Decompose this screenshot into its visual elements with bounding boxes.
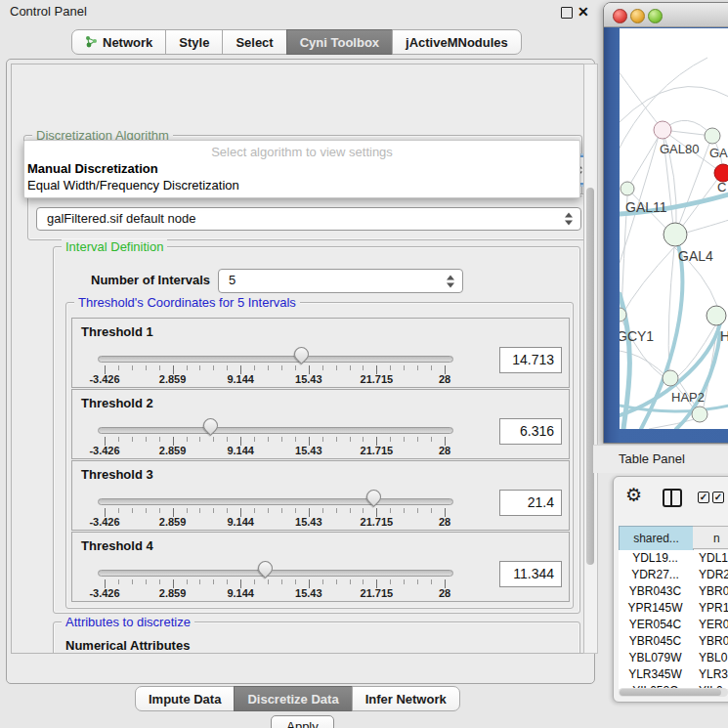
network-icon <box>85 34 98 51</box>
table-data-group: Table Data galFiltered.sif default node <box>27 193 584 240</box>
threshold-value-field[interactable]: 11.344 <box>499 561 562 587</box>
tick-label: -3.426 <box>89 516 119 528</box>
tick-labels: -3.426 2.859 9.144 15.43 21.715 28 <box>105 516 445 528</box>
numerical-attributes-label: Numerical Attributes <box>65 638 190 653</box>
network-graph: GAL80 GA C GAL11 GAL4 GCY1 H HAP2 <box>620 28 728 429</box>
spinner-icon <box>565 213 574 226</box>
node-label-gcy1: GCY1 <box>620 328 654 344</box>
column-header-name[interactable]: n <box>693 526 728 549</box>
scroll-pane: Discretization Algorithm Table Data galF… <box>11 64 584 654</box>
tick-label: 28 <box>439 445 450 456</box>
tab-select[interactable]: Select <box>222 29 286 55</box>
tick-label: 28 <box>439 516 450 528</box>
tick-label: 15.43 <box>295 445 322 456</box>
slider-track[interactable] <box>98 498 453 505</box>
table-row[interactable]: YPR145WYPR1 <box>619 600 728 617</box>
network-view-window: GAL80 GA C GAL11 GAL4 GCY1 H HAP2 <box>603 2 728 444</box>
tick-labels: -3.426 2.859 9.144 15.43 21.715 28 <box>105 445 445 456</box>
table-row[interactable]: YBR043CYBR0 <box>619 583 728 600</box>
group-title: Attributes to discretize <box>62 615 194 629</box>
tab-label: Discretize Data <box>247 692 338 707</box>
table-panel-title: Table Panel <box>619 451 685 466</box>
close-icon[interactable]: ✕ <box>578 3 589 21</box>
tab-jactivemnodules[interactable]: jActiveMNodules <box>392 29 522 55</box>
node-gal80 <box>654 121 671 139</box>
checkbox-checked-icon[interactable]: ✓ <box>698 492 709 503</box>
node-hap2 <box>663 370 678 386</box>
threshold-value-field[interactable]: 14.713 <box>499 347 562 373</box>
tab-discretize-data[interactable]: Discretize Data <box>234 686 352 711</box>
split-columns-icon[interactable] <box>663 489 682 507</box>
slider-track[interactable] <box>98 427 453 434</box>
tick-label: 2.859 <box>159 516 187 528</box>
apply-button[interactable]: Apply <box>271 715 334 728</box>
combo-value: galFiltered.sif default node <box>47 208 195 230</box>
tab-infer-network[interactable]: Infer Network <box>352 686 460 711</box>
table-row[interactable]: YBR045CYBR0 <box>619 633 728 650</box>
node-gal4 <box>664 223 687 246</box>
column-header-shared-name[interactable]: shared... <box>619 526 694 551</box>
tick-label: 28 <box>439 587 450 599</box>
close-traffic-light-icon[interactable] <box>613 9 627 23</box>
tab-label: Cyni Toolbox <box>300 35 379 50</box>
tab-label: Infer Network <box>365 692 447 707</box>
tick-label: 9.144 <box>227 373 254 385</box>
table-row[interactable]: YLR345WYLR3 <box>619 666 728 683</box>
network-canvas[interactable]: GAL80 GA C GAL11 GAL4 GCY1 H HAP2 <box>620 28 728 429</box>
tab-label: jActiveMNodules <box>406 35 508 50</box>
checkbox-checked-icon[interactable]: ✓ <box>712 492 724 503</box>
node-label-ga: GA <box>709 146 728 160</box>
tick-label: 15.43 <box>295 373 322 385</box>
tick-label: 15.43 <box>295 516 322 528</box>
tick-label: 2.859 <box>159 373 187 385</box>
tab-style[interactable]: Style <box>165 29 223 55</box>
group-title: Interval Definition <box>62 239 167 254</box>
top-tab-bar: Network Style Select Cyni Toolbox jActiv… <box>71 29 522 55</box>
tab-cyni-toolbox[interactable]: Cyni Toolbox <box>286 29 393 55</box>
popup-option-manual-discretization[interactable]: Manual Discretization <box>27 161 158 176</box>
tab-label: Network <box>103 35 152 50</box>
threshold-label: Threshold 4 <box>81 538 153 553</box>
num-intervals-combo[interactable]: 5 <box>218 269 463 293</box>
node-bottom <box>692 407 707 422</box>
network-window-frame: GAL80 GA C GAL11 GAL4 GCY1 H HAP2 <box>604 27 728 443</box>
group-title: Threshold's Coordinates for 5 Intervals <box>74 295 300 310</box>
node-h <box>707 306 726 325</box>
tick-label: -3.426 <box>89 373 119 385</box>
threshold-value-field[interactable]: 6.316 <box>499 418 562 445</box>
tab-label: Select <box>236 35 273 50</box>
table-row[interactable]: YDL19...YDL1 <box>619 550 728 567</box>
table-row[interactable]: YER054CYER0 <box>619 617 728 633</box>
threshold-label: Threshold 3 <box>81 467 153 482</box>
cyni-toolbox-panel: Discretization Algorithm Table Data galF… <box>6 59 595 684</box>
float-icon[interactable] <box>561 7 573 19</box>
tick-label: 9.144 <box>227 445 254 456</box>
gear-icon[interactable]: ⚙ <box>625 484 642 506</box>
tab-impute-data[interactable]: Impute Data <box>135 686 235 711</box>
slider-track[interactable] <box>98 356 453 363</box>
control-panel: Control Panel ✕ Network Style Select Cyn… <box>0 0 598 728</box>
zoom-traffic-light-icon[interactable] <box>648 9 663 23</box>
table-row[interactable]: YBL079WYBL0 <box>619 650 728 666</box>
table-row[interactable]: YDR27...YDR2 <box>619 567 728 583</box>
table-horizontal-scrollbar[interactable] <box>619 688 728 697</box>
threshold-3-panel: Threshold 3 -3.426 2.859 9.144 15.43 21.… <box>71 460 570 531</box>
node-ga <box>705 128 720 144</box>
panel-title: Control Panel <box>10 4 87 19</box>
table-rows: YDL19...YDL1 YDR27...YDR2 YBR043CYBR0 YP… <box>619 550 728 689</box>
table-panel-window: ⚙ ✓ ✓ shared... n YDL19...YDL1 YDR27...Y… <box>613 476 728 703</box>
popup-option-equal-width-frequency[interactable]: Equal Width/Frequency Discretization <box>27 178 239 193</box>
threshold-value-field[interactable]: 21.4 <box>499 490 562 516</box>
network-window-titlebar[interactable] <box>604 3 728 27</box>
table-panel-titlebar: Table Panel <box>593 445 728 473</box>
tick-label: 21.715 <box>361 445 394 456</box>
threshold-1-panel: Threshold 1 -3.426 2.859 9.144 15.43 21.… <box>71 318 570 388</box>
slider-track[interactable] <box>98 570 453 577</box>
minimize-traffic-light-icon[interactable] <box>630 9 645 23</box>
tab-network[interactable]: Network <box>71 29 166 55</box>
tick-label: 9.144 <box>227 516 254 528</box>
node-label-gal11: GAL11 <box>625 199 667 215</box>
threshold-4-panel: Threshold 4 -3.426 2.859 9.144 15.43 21.… <box>71 532 570 602</box>
table-data-combo[interactable]: galFiltered.sif default node <box>36 207 581 231</box>
main-scrollbar[interactable] <box>583 64 598 654</box>
